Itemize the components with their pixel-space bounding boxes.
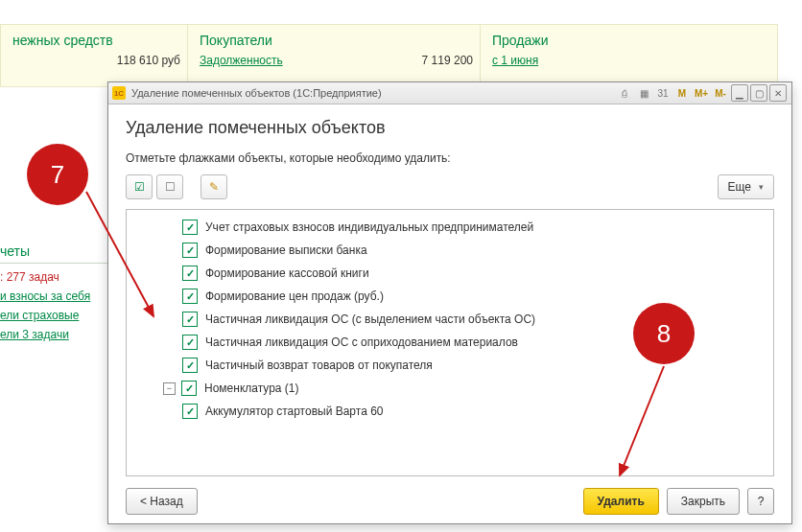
- calendar-icon[interactable]: 31: [654, 84, 672, 102]
- dashboard-card: ПокупателиЗадолженность7 119 200: [187, 24, 485, 87]
- help-button[interactable]: ?: [747, 488, 774, 515]
- tree-row[interactable]: Аккумулятор стартовый Варта 60: [127, 400, 773, 423]
- sidebar-item[interactable]: ели страховые: [0, 306, 115, 325]
- tree-row[interactable]: Формирование кассовой книги: [127, 262, 773, 285]
- m-minus-icon[interactable]: M-: [712, 84, 729, 102]
- tree-label: Частичный возврат товаров от покупателя: [205, 359, 433, 372]
- tree-row[interactable]: −Номенклатура (1): [127, 377, 773, 400]
- checkbox[interactable]: [182, 243, 198, 258]
- dashboard-card: нежных средств118 610 руб: [0, 24, 193, 87]
- card-link[interactable]: с 1 июня: [492, 54, 538, 67]
- print-icon[interactable]: ⎙: [616, 84, 633, 102]
- titlebar[interactable]: 1C Удаление помеченных объектов (1С:Пред…: [108, 82, 791, 104]
- annotation-bubble-7: 7: [27, 144, 88, 205]
- tree-label: Формирование цен продаж (руб.): [205, 289, 384, 303]
- sidebar-item[interactable]: и взносы за себя: [0, 287, 115, 306]
- tree-label: Учет страховых взносов индивидуальных пр…: [205, 220, 533, 234]
- tree-row[interactable]: Формирование выписки банка: [127, 239, 773, 262]
- checkbox[interactable]: [182, 289, 198, 304]
- check-all-button[interactable]: ☑: [126, 174, 153, 199]
- tree-label: Частичная ликвидация ОС с оприходованием…: [205, 335, 518, 349]
- annotation-bubble-8: 8: [633, 303, 695, 364]
- window-title: Удаление помеченных объектов (1С:Предпри…: [131, 87, 382, 99]
- uncheck-all-button[interactable]: ☐: [156, 174, 183, 199]
- checkbox[interactable]: [182, 312, 198, 327]
- checkbox[interactable]: [181, 381, 197, 396]
- close-button[interactable]: Закрыть: [667, 488, 740, 515]
- dashboard-card: Продажис 1 июня: [480, 24, 778, 87]
- m-plus-icon[interactable]: M+: [693, 84, 710, 102]
- expander-icon[interactable]: −: [163, 382, 176, 395]
- checkbox[interactable]: [182, 266, 198, 281]
- tree-label: Формирование кассовой книги: [205, 266, 369, 280]
- sidebar-heading: четы: [0, 240, 115, 264]
- checkbox[interactable]: [182, 404, 198, 419]
- tree-row[interactable]: Учет страховых взносов индивидуальных пр…: [127, 216, 773, 239]
- toolbar: ☑ ☐ ✎ Еще: [126, 174, 774, 199]
- sidebar-panel: четы : 277 задач и взносы за себяели стр…: [0, 240, 115, 344]
- card-link[interactable]: Задолженность: [200, 54, 283, 67]
- tree-label: Аккумулятор стартовый Варта 60: [205, 405, 384, 418]
- checkbox[interactable]: [182, 335, 198, 350]
- more-button[interactable]: Еще: [718, 174, 774, 199]
- tree-row[interactable]: Формирование цен продаж (руб.): [127, 285, 773, 308]
- minimize-icon[interactable]: ▁: [731, 84, 748, 102]
- card-value: 7 119 200: [422, 54, 473, 67]
- calc-icon[interactable]: ▦: [635, 84, 652, 102]
- edit-button[interactable]: ✎: [200, 174, 227, 199]
- checkbox[interactable]: [182, 220, 198, 235]
- delete-button[interactable]: Удалить: [583, 488, 659, 515]
- dialog-heading: Удаление помеченных объектов: [126, 118, 774, 138]
- sidebar-tasks[interactable]: : 277 задач: [0, 267, 115, 287]
- m-icon[interactable]: M: [673, 84, 691, 102]
- tree-label: Частичная ликвидация ОС (с выделением ча…: [205, 312, 535, 326]
- card-title: Продажи: [492, 33, 766, 48]
- close-icon[interactable]: ✕: [769, 84, 787, 102]
- card-value: 118 610 руб: [117, 54, 180, 67]
- sidebar-item[interactable]: ели 3 задачи: [0, 325, 115, 344]
- dialog-window: 1C Удаление помеченных объектов (1С:Пред…: [107, 81, 792, 524]
- checkbox[interactable]: [182, 358, 198, 373]
- back-button[interactable]: < Назад: [126, 488, 198, 515]
- card-title: Покупатели: [200, 33, 473, 48]
- app-logo-icon: 1C: [112, 86, 126, 100]
- maximize-icon[interactable]: ▢: [750, 84, 767, 102]
- tree-label: Формирование выписки банка: [205, 243, 367, 257]
- tree-label: Номенклатура (1): [204, 382, 299, 395]
- dialog-footer: < Назад Удалить Закрыть ?: [126, 476, 774, 515]
- card-title: нежных средств: [12, 33, 180, 48]
- instruction-text: Отметьте флажками объекты, которые необх…: [126, 151, 774, 165]
